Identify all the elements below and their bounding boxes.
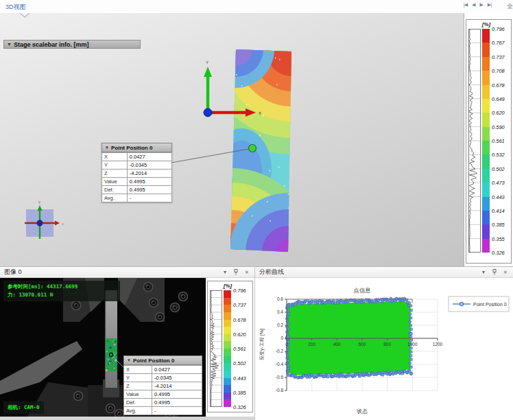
scalebar-color-segment xyxy=(224,290,231,298)
scalebar-color-segment xyxy=(482,141,490,154)
scalebar-value-label: 0.443 xyxy=(233,375,246,381)
point-tooltip-table: X0.0427Y-0.0345Z-4.2014Value0.4995Def.0.… xyxy=(123,365,202,415)
y-tick-label: -0.2 xyxy=(276,349,284,353)
curve-panel-header[interactable]: 分析曲线 ▼ ✕ xyxy=(255,267,513,278)
collapse-arrow-icon: ▼ xyxy=(105,145,109,150)
scalebar-gradient[interactable] xyxy=(224,290,231,407)
close-icon[interactable]: ✕ xyxy=(502,270,509,275)
next-stage-icon[interactable]: ▶ xyxy=(479,2,482,8)
scalebar-value-label: 0.385 xyxy=(233,389,246,395)
panel-bottom-strip xyxy=(0,417,254,420)
scalebar-value-label: 0.620 xyxy=(492,110,505,116)
scalebar-value-label: 0.767 xyxy=(492,40,505,46)
point-position-tooltip-camera[interactable]: ▼ Point Position 0 X0.0427Y-0.0345Z-4.20… xyxy=(123,355,202,415)
image-panel: 图像 0 ▼ ✕ xyxy=(0,266,254,420)
scalebar-color-segment xyxy=(482,85,490,99)
pin-icon[interactable] xyxy=(232,269,239,276)
scalebar-value-label: 0.620 xyxy=(233,331,246,337)
dock-menu-icon[interactable]: ▼ xyxy=(480,270,487,275)
scalebar-color-segment xyxy=(482,29,490,43)
image-panel-title: 图像 0 xyxy=(4,268,22,277)
scalebar-color-segment xyxy=(224,349,231,356)
y-tick-label: 0 xyxy=(281,336,283,340)
scalebar-color-segment xyxy=(482,154,490,168)
last-stage-icon[interactable]: ▶| xyxy=(488,2,491,8)
y-tick-label: 0.2 xyxy=(277,323,283,327)
scalebar-value-label: 0.326 xyxy=(233,404,246,410)
tooltip-row: Y-0.0345 xyxy=(124,374,202,382)
orientation-triad[interactable]: y x xyxy=(25,200,64,239)
scalebar-color-segment xyxy=(482,183,490,196)
scalebar-color-segment xyxy=(224,385,231,393)
scalebar-panel: [%] 0.7960.7670.7370.7080.6780.6490.6200… xyxy=(464,13,513,266)
x-tick-label: 0 xyxy=(285,342,288,347)
scalebar-values: 0.7960.7670.7370.7080.6780.6490.6200.590… xyxy=(492,29,511,253)
view-tab-bar: 3D视图 |◀ ◀ ▶ ▶| 全 xyxy=(0,0,513,14)
stage-scalebar-info-bar[interactable]: ▼ Stage scalebar info. [mm] xyxy=(3,40,141,49)
strain-contour-specimen[interactable] xyxy=(151,13,394,266)
x-axis-label: X xyxy=(259,111,261,115)
tab-3d-view[interactable]: 3D视图 xyxy=(5,3,26,12)
scalebar-color-segment xyxy=(224,327,231,334)
scalebar-color-segment xyxy=(224,363,231,371)
scalebar-value-label: 0.678 xyxy=(492,82,505,88)
first-stage-icon[interactable]: |◀ xyxy=(464,2,467,8)
point-tooltip-header[interactable]: ▼ Point Position 0 xyxy=(102,143,172,152)
tooltip-row: Z-4.2014 xyxy=(124,382,202,390)
point-position-tooltip-3d[interactable]: ▼ Point Position 0 X0.0427Y-0.0345Z-4.20… xyxy=(102,143,172,202)
contour-top-right xyxy=(189,13,394,154)
origin-sphere xyxy=(204,108,212,117)
scalebar-color-segment xyxy=(224,298,231,305)
scalebar-color-segment xyxy=(224,312,231,320)
force-value: 力: 13070.011 N xyxy=(8,291,116,299)
previous-stage-icon[interactable]: ◀ xyxy=(472,2,475,8)
point-tooltip-header[interactable]: ▼ Point Position 0 xyxy=(123,355,202,365)
x-tick-label: 600 xyxy=(359,342,366,347)
active-tab-caret-fill xyxy=(21,13,29,16)
tooltip-row: X0.0427 xyxy=(102,153,172,161)
curve-panel-title: 分析曲线 xyxy=(259,268,284,277)
viewport-3d[interactable]: Y X y x ▼ Stage scalebar info. [mm] xyxy=(0,13,464,266)
scalebar-color-segment xyxy=(482,43,490,56)
scalebar-color-segment xyxy=(224,334,231,342)
tooltip-row: Z-4.2014 xyxy=(102,170,172,178)
point-tooltip-title: Point Position 0 xyxy=(133,358,174,364)
y-tick-label: 0.6 xyxy=(277,296,283,301)
scalebar-color-segment xyxy=(482,71,490,84)
point-marker[interactable] xyxy=(249,145,256,152)
scalebar-color-segment xyxy=(482,99,490,113)
scalebar-gradient[interactable] xyxy=(482,29,490,253)
tooltip-row: Value0.4995 xyxy=(124,390,202,399)
scalebar-color-segment xyxy=(224,341,231,349)
pin-icon[interactable] xyxy=(491,269,498,276)
strain-history-chart[interactable]: 0.60.40.20-0.2-0.4-0.6-0.802004006008001… xyxy=(256,278,513,420)
chart-title: 点信息 xyxy=(353,287,371,294)
scalebar-value-label: 0.473 xyxy=(492,180,505,186)
tooltip-row: Value0.4995 xyxy=(102,178,172,186)
scalebar-value-label: 0.355 xyxy=(492,235,505,242)
scalebar-value-label: 0.414 xyxy=(492,207,505,213)
x-tick-label: 400 xyxy=(333,342,341,347)
tooltip-row: Avg.- xyxy=(102,194,172,202)
x-tick-label: 1200 xyxy=(433,342,443,347)
tooltip-row: X0.0427 xyxy=(124,366,202,374)
scalebar-color-segment xyxy=(482,169,490,183)
clipped-toolbar-icon[interactable]: 全 xyxy=(507,2,513,11)
scalebar-color-segment xyxy=(482,239,490,253)
stage-scalebar-info-label: Stage scalebar info. [mm] xyxy=(14,41,89,48)
image-panel-header[interactable]: 图像 0 ▼ ✕ xyxy=(0,267,254,278)
scalebar-value-label: 0.502 xyxy=(492,165,505,172)
scalebar-color-segment xyxy=(224,378,231,386)
scalebar-legend[interactable]: [%] 0.7960.7670.7370.7080.6780.6490.6200… xyxy=(466,19,512,264)
chart-x-axis-title: 状态 xyxy=(356,408,368,415)
scene-3d-canvas: Y X y x xyxy=(0,13,464,266)
y-tick-label: -0.4 xyxy=(276,362,284,366)
scalebar-value-label: 0.326 xyxy=(492,250,505,256)
dock-menu-icon[interactable]: ▼ xyxy=(222,270,228,275)
scalebar-legend-small[interactable]: [%] 0.7960.7370.6780.6200.5610.5020.4430… xyxy=(207,281,253,412)
scalebar-value-label: 0.737 xyxy=(233,302,246,308)
scalebar-value-label: 0.737 xyxy=(492,54,505,60)
tooltip-row: Avg.- xyxy=(124,407,202,415)
close-icon[interactable]: ✕ xyxy=(243,270,250,275)
point-tooltip-title: Point Position 0 xyxy=(111,145,152,151)
